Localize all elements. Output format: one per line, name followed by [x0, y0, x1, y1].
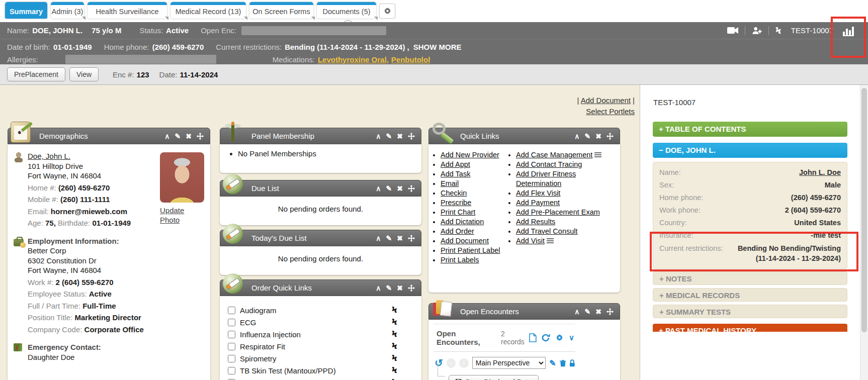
section-summary-tests[interactable]: + SUMMARY TESTS	[653, 305, 847, 318]
list-icon[interactable]	[547, 238, 554, 244]
quick-link[interactable]: Add Visit	[516, 237, 545, 245]
quick-link[interactable]: Add Payment	[516, 199, 560, 207]
collapse-icon[interactable]: ∧	[376, 235, 381, 242]
section-medical-records[interactable]: + MEDICAL RECORDS	[653, 288, 847, 302]
close-icon[interactable]: ✖	[397, 235, 403, 242]
edit-icon[interactable]: ✎	[585, 133, 591, 140]
quick-link[interactable]: Prescribe	[441, 199, 471, 207]
trash-icon[interactable]	[560, 359, 566, 367]
tab-summary[interactable]: Summary	[5, 2, 47, 19]
quick-link[interactable]: Add Flex Visit	[516, 189, 560, 197]
edit-icon[interactable]: ✎	[386, 284, 392, 292]
table-of-contents-section[interactable]: + TABLE OF CONTENTS	[653, 122, 847, 137]
lightning-icon[interactable]: Ϟ	[392, 329, 397, 339]
gear-icon[interactable]	[555, 334, 564, 342]
prev-icon[interactable]: ‹	[447, 358, 456, 368]
collapse-icon[interactable]: ∧	[376, 185, 381, 192]
close-icon[interactable]: ✖	[595, 133, 601, 140]
quick-link[interactable]: Add Contact Tracing	[516, 160, 582, 168]
collapse-icon[interactable]: ∧	[574, 308, 579, 315]
close-icon[interactable]: ✖	[397, 133, 403, 140]
lightning-icon[interactable]: Ϟ	[392, 365, 397, 375]
quick-link[interactable]: Add Driver Fitness Determination	[516, 170, 576, 187]
portlet-order-quick-links-header[interactable]: Order Quick Links ∧ ✎ ✖	[220, 279, 421, 296]
close-icon[interactable]: ✖	[595, 308, 601, 315]
quick-link[interactable]: Add New Provider	[441, 151, 499, 159]
add-user-icon[interactable]	[752, 27, 762, 35]
order-checkbox-tb-skin-test[interactable]	[228, 367, 235, 374]
flowsheet-chart-icon[interactable]	[843, 25, 854, 36]
quick-link[interactable]: Add Travel Consult	[516, 227, 578, 235]
quick-link[interactable]: Print Chart	[441, 208, 475, 216]
lightning-icon[interactable]: Ϟ	[392, 317, 397, 327]
video-camera-icon[interactable]	[727, 27, 738, 34]
list-icon[interactable]	[594, 152, 601, 158]
close-icon[interactable]: ✖	[186, 133, 192, 140]
lock-icon[interactable]	[569, 359, 575, 367]
lightning-icon[interactable]: Ϟ	[392, 377, 397, 380]
edit-icon[interactable]: ✎	[549, 358, 556, 368]
close-icon[interactable]: ✖	[397, 284, 403, 292]
patient-name-link[interactable]: Doe, John L.	[28, 152, 70, 160]
tab-admin[interactable]: Admin (3)	[51, 2, 84, 19]
collapse-icon[interactable]: ∧	[164, 133, 169, 140]
quick-link[interactable]: Add Document	[441, 237, 489, 245]
settings-button[interactable]	[379, 4, 395, 19]
tab-health-surveillance[interactable]: Health Surveillance	[88, 2, 167, 19]
store-displayed-data-button[interactable]: Store Displayed Data	[449, 375, 539, 380]
new-document-icon[interactable]	[529, 333, 537, 342]
portlet-todays-due-list-header[interactable]: Today's Due List ∧ ✎ ✖	[220, 230, 421, 246]
add-document-link[interactable]: Add Document	[581, 96, 631, 105]
order-checkbox-spirometry[interactable]	[228, 355, 235, 362]
view-button[interactable]: View	[69, 67, 99, 81]
order-checkbox-ecg[interactable]	[228, 319, 235, 326]
move-icon[interactable]	[408, 235, 415, 242]
tab-documents[interactable]: Documents (5)↗	[317, 2, 376, 19]
portlet-open-encounters-header[interactable]: Open Encounters ∧ ✎ ✖	[428, 303, 620, 320]
quick-link[interactable]: Add Task	[441, 170, 470, 178]
edit-icon[interactable]: ✎	[386, 185, 392, 192]
quick-link[interactable]: Add Dictation	[441, 218, 484, 226]
quick-link[interactable]: Print Patient Label	[441, 246, 500, 254]
next-icon[interactable]: ›	[459, 358, 469, 368]
portlet-quick-links-header[interactable]: Quick Links ∧ ✎ ✖	[428, 128, 620, 144]
collapse-icon[interactable]: ∧	[376, 284, 381, 292]
portlet-panel-membership-header[interactable]: Panel Membership ∧ ✎ ✖	[220, 128, 421, 144]
portlet-demographics-header[interactable]: Demographics ∧ ✎ ✖	[8, 128, 210, 144]
move-icon[interactable]	[408, 284, 415, 292]
scrollbar-thumb[interactable]	[861, 88, 867, 332]
move-icon[interactable]	[408, 185, 415, 192]
medication-link[interactable]: Penbutolol	[391, 55, 430, 64]
quick-link[interactable]: Add Appt	[441, 160, 470, 168]
quick-link[interactable]: Add Pre-Placement Exam	[516, 208, 600, 216]
edit-icon[interactable]: ✎	[175, 133, 181, 140]
move-icon[interactable]	[606, 133, 614, 140]
lightning-icon[interactable]: Ϟ	[392, 341, 397, 351]
edit-icon[interactable]: ✎	[585, 308, 591, 315]
edit-icon[interactable]: ✎	[386, 235, 392, 242]
refresh-icon[interactable]	[542, 334, 550, 342]
edit-icon[interactable]: ✎	[386, 133, 392, 140]
show-more-link[interactable]: SHOW MORE	[413, 43, 462, 51]
move-icon[interactable]	[606, 308, 614, 315]
perspective-select[interactable]: Main Perspective	[472, 357, 546, 369]
tab-medical-record[interactable]: Medical Record (13)	[170, 2, 246, 19]
patient-section-header[interactable]: − DOE, JOHN L.	[653, 143, 847, 158]
tab-on-screen-forms[interactable]: On Screen Forms	[249, 2, 313, 19]
quick-link[interactable]: Add Case Management	[516, 151, 592, 159]
lightning-icon[interactable]: Ϟ	[392, 305, 397, 315]
move-icon[interactable]	[408, 133, 415, 140]
medication-link[interactable]: Levothyroxine Oral	[318, 55, 387, 64]
quick-link[interactable]: Checkin	[441, 189, 467, 197]
order-checkbox-influenza[interactable]	[228, 331, 235, 338]
quick-link[interactable]: Email	[441, 179, 459, 187]
vertical-scrollbar[interactable]	[860, 85, 868, 380]
quick-link[interactable]: Print Labels	[441, 256, 479, 264]
lightning-icon[interactable]: Ϟ	[775, 26, 782, 36]
quick-link[interactable]: Add Results	[516, 218, 555, 226]
order-checkbox-respirator-fit[interactable]	[228, 343, 235, 350]
select-portlets-link[interactable]: Select Portlets	[586, 107, 635, 116]
close-icon[interactable]: ✖	[397, 185, 403, 192]
section-notes[interactable]: + NOTES	[653, 271, 847, 285]
move-icon[interactable]	[197, 133, 204, 140]
